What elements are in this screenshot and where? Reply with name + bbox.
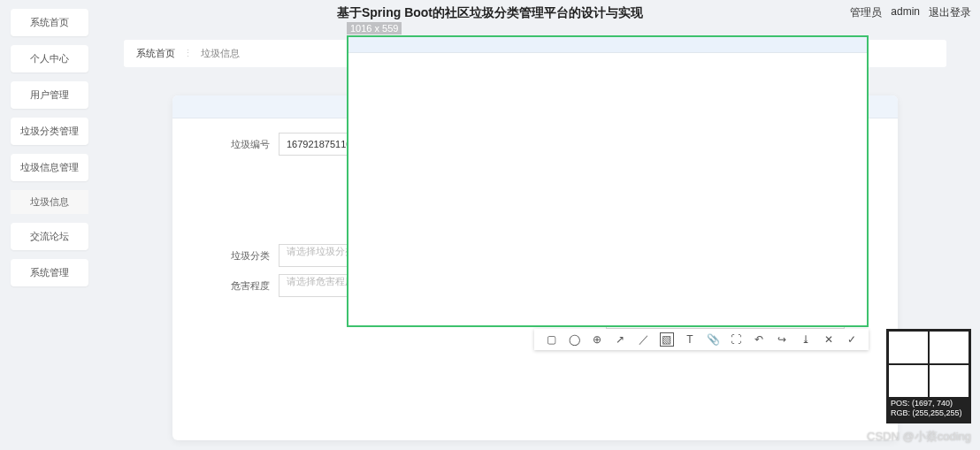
- color-cell: [930, 365, 969, 397]
- sidebar: 系统首页 个人中心 用户管理 垃圾分类管理 垃圾信息管理 垃圾信息 交流论坛 系…: [11, 9, 88, 286]
- selection-top-bar: [348, 37, 867, 53]
- snip-pin-icon[interactable]: 📎: [706, 332, 720, 347]
- snip-confirm-icon[interactable]: ✓: [845, 332, 859, 347]
- selection-size-label: 1016 x 559: [347, 22, 402, 34]
- sidebar-item-profile[interactable]: 个人中心: [11, 45, 88, 72]
- sidebar-item-category[interactable]: 垃圾分类管理: [11, 118, 88, 145]
- snip-mask-icon[interactable]: ▧: [660, 332, 674, 347]
- watermark: CSDN @小蔡coding: [867, 429, 971, 445]
- color-info: POS: (1697, 740) RGB: (255,255,255): [889, 397, 969, 421]
- snip-arrow-icon[interactable]: ↗: [613, 332, 627, 347]
- selection-overlay: [347, 35, 869, 327]
- sidebar-item-home[interactable]: 系统首页: [11, 9, 88, 36]
- color-cell: [930, 332, 969, 363]
- breadcrumb-home[interactable]: 系统首页: [136, 48, 175, 58]
- color-magnifier: POS: (1697, 740) RGB: (255,255,255): [886, 329, 971, 423]
- logout-link[interactable]: 退出登录: [929, 5, 971, 20]
- snip-ellipse-icon[interactable]: ◯: [567, 332, 581, 347]
- snip-undo-icon[interactable]: ↶: [752, 332, 766, 347]
- snip-rect-icon[interactable]: ▢: [544, 332, 558, 347]
- sidebar-item-forum[interactable]: 交流论坛: [11, 223, 88, 250]
- color-cell: [889, 365, 928, 397]
- snip-cancel-icon[interactable]: ✕: [822, 332, 836, 347]
- sidebar-sub-info[interactable]: 垃圾信息: [11, 190, 88, 214]
- snip-share-icon[interactable]: ↪: [775, 332, 789, 347]
- color-cell: [889, 332, 928, 363]
- snip-toolbar: ▢ ◯ ⊕ ↗ ／ ▧ T 📎 ⛶ ↶ ↪ ⤓ ✕ ✓: [534, 329, 869, 350]
- label-degree: 危害程度: [217, 279, 270, 293]
- page-title: 基于Spring Boot的社区垃圾分类管理平台的设计与实现: [337, 5, 643, 21]
- user-name: admin: [891, 5, 920, 20]
- user-role: 管理员: [850, 5, 882, 20]
- breadcrumb-current: 垃圾信息: [201, 48, 240, 58]
- color-grid: [889, 332, 969, 397]
- snip-download-icon[interactable]: ⤓: [799, 332, 813, 347]
- header: 基于Spring Boot的社区垃圾分类管理平台的设计与实现 管理员 admin…: [0, 0, 980, 27]
- sidebar-item-info[interactable]: 垃圾信息管理: [11, 154, 88, 181]
- sidebar-item-users[interactable]: 用户管理: [11, 81, 88, 109]
- label-code: 垃圾编号: [217, 138, 270, 151]
- sidebar-item-system[interactable]: 系统管理: [11, 259, 88, 286]
- header-user-area: 管理员 admin 退出登录: [850, 5, 971, 20]
- snip-line-icon[interactable]: ／: [637, 332, 651, 347]
- snip-expand-icon[interactable]: ⛶: [729, 332, 743, 347]
- breadcrumb-separator: ⋮: [183, 48, 193, 58]
- snip-blur-icon[interactable]: ⊕: [590, 332, 604, 347]
- snip-text-icon[interactable]: T: [683, 332, 697, 347]
- label-category: 垃圾分类: [217, 249, 270, 263]
